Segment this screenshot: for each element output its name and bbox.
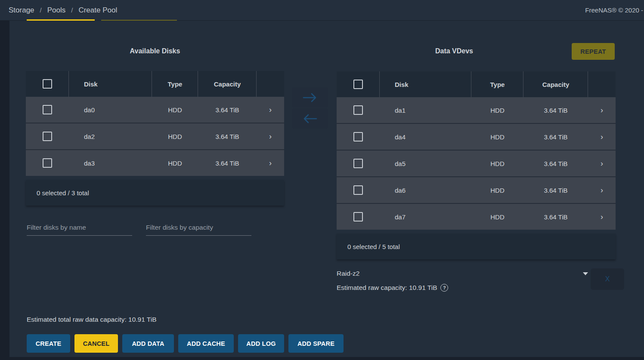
- chevron-right-icon[interactable]: ›: [588, 160, 616, 167]
- table-row[interactable]: da2HDD3.64 TiB›: [26, 123, 284, 149]
- disk-type: HDD: [471, 133, 523, 141]
- disk-name: da6: [380, 187, 471, 194]
- action-buttons: CREATECANCELADD DATAADD CACHEADD LOGADD …: [27, 334, 344, 353]
- available-selection-summary: 0 selected / 3 total: [26, 180, 284, 206]
- breadcrumb-pools[interactable]: Pools: [47, 6, 66, 15]
- disk-name: da0: [69, 106, 152, 114]
- table-row[interactable]: da7HDD3.64 TiB›: [337, 203, 616, 230]
- chevron-right-icon[interactable]: ›: [257, 132, 284, 140]
- disk-capacity: 3.64 TiB: [523, 213, 588, 221]
- disk-name: da2: [69, 133, 152, 140]
- bottom-edge-strip: [0, 357, 644, 360]
- data-vdevs-table: Disk Type Capacity da1HDD3.64 TiB›da4HDD…: [337, 71, 616, 259]
- column-header-disk: Disk: [380, 71, 471, 97]
- chevron-right-icon[interactable]: ›: [257, 106, 284, 114]
- move-left-button[interactable]: [292, 108, 328, 129]
- total-capacity-summary: Estimated total raw data capacity: 10.91…: [27, 316, 157, 323]
- column-header-capacity: Capacity: [198, 71, 257, 97]
- table-row[interactable]: da5HDD3.64 TiB›: [337, 150, 616, 176]
- active-tab-underline: [27, 19, 95, 21]
- chevron-right-icon[interactable]: ›: [588, 213, 616, 221]
- add-data-button[interactable]: ADD DATA: [122, 334, 174, 353]
- row-checkbox[interactable]: [353, 105, 363, 115]
- brand-copyright: FreeNAS® © 2020 -: [585, 6, 643, 14]
- disk-capacity: 3.64 TiB: [523, 107, 588, 114]
- disk-type: HDD: [152, 133, 198, 140]
- disk-type: HDD: [471, 160, 523, 167]
- disk-name: da7: [380, 213, 471, 221]
- arrow-left-icon: [301, 113, 319, 124]
- row-checkbox[interactable]: [43, 158, 52, 168]
- disk-name: da5: [380, 160, 471, 167]
- row-checkbox[interactable]: [43, 132, 52, 141]
- table-row[interactable]: da4HDD3.64 TiB›: [337, 123, 616, 150]
- disk-capacity: 3.64 TiB: [523, 187, 588, 194]
- help-icon[interactable]: ?: [440, 284, 448, 292]
- disk-type: HDD: [471, 187, 523, 194]
- chevron-down-icon: [583, 272, 588, 275]
- disk-capacity: 3.64 TiB: [198, 160, 257, 167]
- vdevs-selection-summary: 0 selected / 5 total: [337, 234, 616, 259]
- breadcrumb-separator: /: [40, 6, 42, 14]
- breadcrumb-storage[interactable]: Storage: [9, 6, 34, 15]
- data-vdevs-title: Data VDevs: [337, 47, 572, 55]
- row-checkbox[interactable]: [353, 212, 363, 222]
- disk-type: HDD: [471, 213, 523, 221]
- disk-type: HDD: [471, 107, 523, 114]
- row-checkbox[interactable]: [353, 185, 363, 195]
- inactive-tab-underline: [101, 20, 177, 21]
- table-row[interactable]: da1HDD3.64 TiB›: [337, 97, 616, 123]
- raid-level-select[interactable]: Raid-z2: [337, 270, 588, 277]
- disk-name: da4: [380, 133, 471, 141]
- disk-capacity: 3.64 TiB: [523, 160, 588, 167]
- move-right-button[interactable]: [292, 87, 328, 108]
- column-header-disk: Disk: [69, 71, 152, 97]
- available-disks-table: Disk Type Capacity da0HDD3.64 TiB›da2HDD…: [26, 71, 284, 206]
- breadcrumb-separator: /: [71, 6, 73, 14]
- remove-vdev-button[interactable]: X: [591, 268, 624, 290]
- table-row[interactable]: da0HDD3.64 TiB›: [26, 97, 284, 123]
- column-header-type: Type: [152, 71, 198, 97]
- column-header-type: Type: [471, 71, 523, 97]
- disk-capacity: 3.64 TiB: [198, 106, 257, 114]
- estimated-raw-capacity: Estimated raw capacity: 10.91 TiB ?: [337, 284, 448, 292]
- breadcrumb-create-pool: Create Pool: [78, 6, 117, 15]
- table-header: Disk Type Capacity: [337, 71, 616, 97]
- disk-name: da3: [69, 160, 152, 167]
- breadcrumb: Storage / Pools / Create Pool: [9, 6, 117, 15]
- chevron-right-icon[interactable]: ›: [588, 133, 616, 141]
- chevron-right-icon[interactable]: ›: [588, 186, 616, 194]
- create-button[interactable]: CREATE: [27, 334, 70, 353]
- chevron-right-icon[interactable]: ›: [257, 159, 284, 167]
- chevron-right-icon[interactable]: ›: [588, 106, 616, 114]
- disk-type: HDD: [152, 106, 198, 114]
- filter-by-name-field: [27, 224, 132, 236]
- left-edge-strip: [0, 21, 9, 360]
- filter-disks-by-name-input[interactable]: [27, 224, 132, 236]
- move-disk-controls: [292, 87, 328, 129]
- column-header-capacity: Capacity: [523, 71, 588, 97]
- table-header: Disk Type Capacity: [26, 71, 284, 97]
- cancel-button[interactable]: CANCEL: [74, 334, 118, 353]
- row-checkbox[interactable]: [353, 159, 363, 168]
- add-spare-button[interactable]: ADD SPARE: [288, 334, 344, 353]
- add-cache-button[interactable]: ADD CACHE: [178, 334, 234, 353]
- row-checkbox[interactable]: [43, 105, 52, 114]
- arrow-right-icon: [301, 92, 319, 103]
- row-checkbox[interactable]: [353, 132, 363, 142]
- filter-disks-by-capacity-input[interactable]: [146, 224, 251, 236]
- select-all-checkbox[interactable]: [353, 80, 363, 89]
- table-row[interactable]: da3HDD3.64 TiB›: [26, 149, 284, 176]
- disk-type: HDD: [152, 160, 198, 167]
- available-disks-title: Available Disks: [26, 47, 284, 55]
- disk-capacity: 3.64 TiB: [523, 133, 588, 141]
- disk-capacity: 3.64 TiB: [198, 133, 257, 140]
- table-row[interactable]: da6HDD3.64 TiB›: [337, 176, 616, 203]
- select-all-checkbox[interactable]: [43, 79, 52, 89]
- top-bar: Storage / Pools / Create Pool FreeNAS® ©…: [0, 0, 644, 21]
- raid-level-value: Raid-z2: [337, 270, 359, 277]
- filter-by-capacity-field: [146, 224, 251, 236]
- add-log-button[interactable]: ADD LOG: [238, 334, 284, 353]
- disk-name: da1: [380, 107, 471, 114]
- repeat-button[interactable]: REPEAT: [572, 43, 615, 60]
